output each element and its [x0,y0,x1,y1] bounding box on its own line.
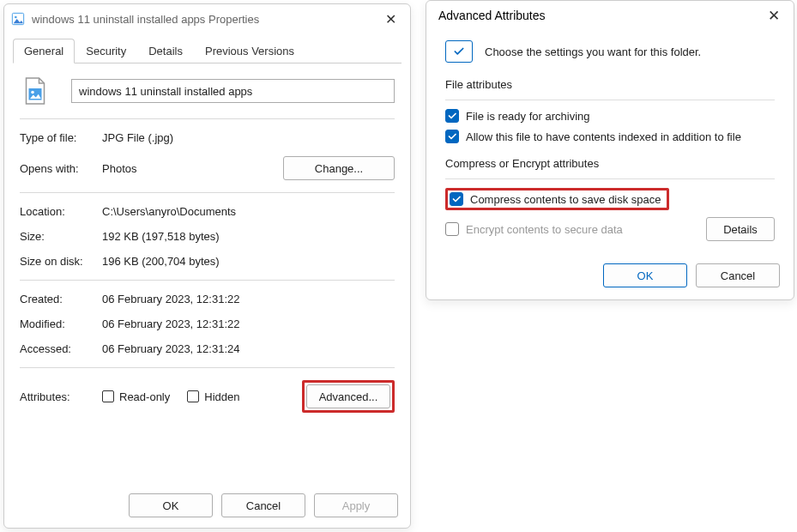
type-value: JPG File (.jpg) [102,131,173,144]
advanced-footer: OK Cancel [603,263,780,287]
type-label: Type of file: [20,131,102,144]
compress-encrypt-label: Compress or Encrypt attributes [445,157,775,170]
modified-label: Modified: [20,317,102,330]
details-button[interactable]: Details [706,217,775,241]
ok-button[interactable]: OK [129,493,213,517]
properties-dialog: windows 11 uninstall installed apps Prop… [3,3,411,529]
hidden-label: Hidden [204,390,239,403]
properties-titlebar: windows 11 uninstall installed apps Prop… [4,4,410,33]
location-value: C:\Users\anyro\Documents [102,205,236,218]
accessed-value: 06 February 2023, 12:31:24 [102,342,239,355]
properties-title: windows 11 uninstall installed apps Prop… [32,13,378,26]
tab-details[interactable]: Details [137,39,194,63]
readonly-checkbox[interactable] [102,390,114,402]
created-label: Created: [20,293,102,305]
advanced-highlight: Advanced... [302,380,395,413]
index-checkbox[interactable] [445,130,459,143]
file-attributes-label: File attributes [445,78,775,91]
tab-previous-versions[interactable]: Previous Versions [194,39,305,63]
size-on-disk-label: Size on disk: [20,255,102,268]
size-on-disk-value: 196 KB (200,704 bytes) [102,255,220,268]
tab-general[interactable]: General [13,39,75,63]
accessed-label: Accessed: [20,342,102,355]
close-icon[interactable]: ✕ [761,3,787,28]
readonly-label: Read-only [119,390,170,403]
opens-with-label: Opens with: [20,162,102,175]
location-label: Location: [20,205,102,218]
general-pane: Type of file:JPG File (.jpg) Opens with:… [4,63,410,437]
size-value: 192 KB (197,518 bytes) [102,230,220,243]
created-value: 06 February 2023, 12:31:22 [102,293,239,305]
advanced-intro: Choose the settings you want for this fo… [485,45,701,58]
tabs-bar: General Security Details Previous Versio… [13,39,402,63]
opens-with-value: Photos [102,162,283,175]
advanced-title: Advanced Attributes [433,9,761,22]
compress-highlight: Compress contents to save disk space [445,188,669,210]
advanced-attributes-dialog: Advanced Attributes ✕ Choose the setting… [426,0,794,300]
change-button[interactable]: Change... [283,156,395,180]
attributes-label: Attributes: [20,390,102,403]
checkmark-icon [445,40,473,63]
filename-input[interactable] [71,79,395,103]
hidden-checkbox[interactable] [187,390,199,402]
index-label: Allow this file to have contents indexed… [466,130,741,143]
advanced-titlebar: Advanced Attributes ✕ [426,1,794,30]
advanced-button[interactable]: Advanced... [306,384,390,408]
close-icon[interactable]: ✕ [378,8,403,31]
apply-button[interactable]: Apply [314,493,398,517]
modified-value: 06 February 2023, 12:31:22 [102,317,239,330]
file-icon [11,12,25,26]
encrypt-checkbox[interactable] [445,222,459,236]
compress-label: Compress contents to save disk space [470,193,661,206]
size-label: Size: [20,230,102,243]
ok-button[interactable]: OK [603,263,687,287]
cancel-button[interactable]: Cancel [221,493,305,517]
encrypt-label: Encrypt contents to secure data [466,223,623,236]
archive-checkbox[interactable] [445,109,459,123]
tab-security[interactable]: Security [75,39,137,63]
cancel-button[interactable]: Cancel [696,263,780,287]
advanced-body: Choose the settings you want for this fo… [426,30,794,265]
properties-footer: OK Cancel Apply [129,493,398,517]
svg-point-3 [31,91,34,94]
compress-checkbox[interactable] [450,192,463,206]
archive-label: File is ready for archiving [466,110,590,123]
file-type-icon [20,76,51,106]
svg-point-1 [15,16,17,19]
